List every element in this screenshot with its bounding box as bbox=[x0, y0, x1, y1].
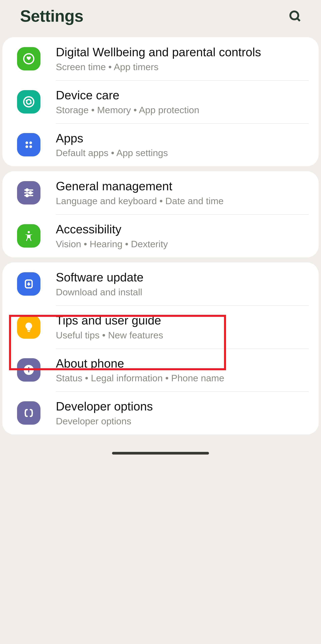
settings-item-software-update[interactable]: Software update Download and install bbox=[2, 262, 319, 306]
item-subtitle: Vision • Hearing • Dexterity bbox=[56, 238, 168, 250]
item-subtitle: Language and keyboard • Date and time bbox=[56, 196, 224, 206]
item-title: Accessibility bbox=[56, 222, 168, 236]
svg-rect-18 bbox=[28, 331, 30, 332]
svg-rect-20 bbox=[28, 369, 30, 372]
settings-screen: Settings Digital Wellbeing and parental … bbox=[0, 0, 321, 460]
item-subtitle: Storage • Memory • App protection bbox=[56, 104, 199, 115]
page-title: Settings bbox=[20, 7, 83, 26]
software-update-icon bbox=[17, 272, 41, 296]
developer-options-icon bbox=[17, 401, 41, 425]
svg-point-3 bbox=[24, 97, 34, 107]
svg-point-14 bbox=[29, 192, 32, 194]
settings-group: Digital Wellbeing and parental controls … bbox=[2, 37, 319, 166]
apps-icon bbox=[17, 133, 41, 156]
svg-point-5 bbox=[31, 102, 31, 103]
svg-point-4 bbox=[26, 100, 27, 101]
item-subtitle: Status • Legal information • Phone name bbox=[56, 372, 224, 384]
item-subtitle: Screen time • App timers bbox=[56, 62, 261, 72]
search-icon bbox=[289, 10, 301, 22]
settings-group: Software update Download and install Tip… bbox=[2, 262, 319, 434]
item-title: Developer options bbox=[56, 400, 153, 413]
item-title: General management bbox=[56, 179, 224, 193]
settings-item-tips[interactable]: Tips and user guide Useful tips • New fe… bbox=[2, 306, 319, 348]
settings-item-about-phone[interactable]: About phone Status • Legal information •… bbox=[2, 348, 319, 392]
general-management-icon bbox=[17, 181, 41, 204]
item-title: Apps bbox=[56, 131, 168, 145]
item-title: Device care bbox=[56, 88, 199, 102]
settings-item-developer-options[interactable]: Developer options Developer options bbox=[2, 392, 319, 434]
item-title: About phone bbox=[56, 356, 224, 370]
svg-point-13 bbox=[26, 189, 28, 191]
item-subtitle: Developer options bbox=[56, 416, 153, 426]
svg-point-15 bbox=[26, 194, 28, 197]
item-title: Tips and user guide bbox=[56, 314, 163, 327]
svg-point-0 bbox=[290, 11, 298, 19]
item-subtitle: Download and install bbox=[56, 286, 143, 298]
settings-item-general-management[interactable]: General management Language and keyboard… bbox=[2, 171, 319, 214]
settings-item-digital-wellbeing[interactable]: Digital Wellbeing and parental controls … bbox=[2, 37, 319, 80]
item-subtitle: Useful tips • New features bbox=[56, 330, 163, 340]
item-subtitle: Default apps • App settings bbox=[56, 148, 168, 158]
item-title: Digital Wellbeing and parental controls bbox=[56, 45, 261, 59]
svg-point-8 bbox=[25, 146, 28, 148]
svg-point-21 bbox=[28, 367, 30, 368]
svg-point-7 bbox=[30, 142, 32, 144]
settings-group: General management Language and keyboard… bbox=[2, 171, 319, 258]
svg-point-6 bbox=[25, 142, 28, 144]
item-title: Software update bbox=[56, 270, 143, 284]
about-phone-icon bbox=[17, 358, 41, 382]
accessibility-icon bbox=[17, 224, 41, 248]
settings-item-accessibility[interactable]: Accessibility Vision • Hearing • Dexteri… bbox=[2, 214, 319, 258]
svg-point-9 bbox=[30, 146, 32, 148]
device-care-icon bbox=[17, 90, 41, 114]
wellbeing-icon bbox=[17, 47, 41, 70]
svg-line-1 bbox=[297, 18, 300, 21]
settings-item-apps[interactable]: Apps Default apps • App settings bbox=[2, 123, 319, 166]
search-button[interactable] bbox=[287, 9, 303, 24]
header: Settings bbox=[0, 0, 321, 32]
settings-item-device-care[interactable]: Device care Storage • Memory • App prote… bbox=[2, 80, 319, 123]
nav-handle[interactable] bbox=[112, 452, 209, 454]
svg-point-16 bbox=[28, 231, 30, 233]
tips-icon bbox=[17, 315, 41, 339]
